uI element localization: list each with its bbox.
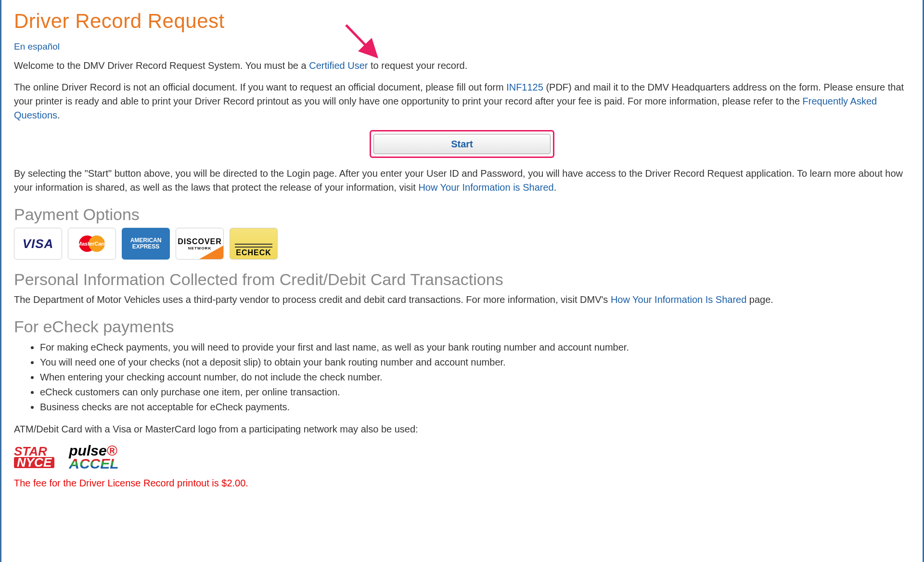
form-link[interactable]: INF1125 <box>506 82 543 92</box>
mastercard-icon: MasterCard <box>68 228 116 260</box>
echeck-heading: For eCheck payments <box>14 317 910 336</box>
echeck-card-icon: ECHECK <box>230 228 278 260</box>
disclaimer-text: The online Driver Record is not an offic… <box>14 80 910 122</box>
star-nyce-icon: STAR NYCE <box>14 446 54 469</box>
start-button[interactable]: Start <box>373 134 551 154</box>
start-button-area: Start <box>14 130 910 158</box>
payment-cards-row: VISA MasterCard AMERICAN EXPRESS DISCOVE… <box>14 228 910 260</box>
discover-label: DISCOVER <box>178 237 222 246</box>
personal-info-text: The Department of Motor Vehicles uses a … <box>14 293 910 307</box>
payment-options-heading: Payment Options <box>14 205 910 224</box>
list-item: When entering your checking account numb… <box>40 370 910 385</box>
echeck-bullet-list: For making eCheck payments, you will nee… <box>14 340 910 415</box>
list-item: For making eCheck payments, you will nee… <box>40 340 910 355</box>
visa-card-icon: VISA <box>14 228 62 260</box>
list-item: You will need one of your checks (not a … <box>40 355 910 370</box>
list-item: eCheck customers can only purchase one i… <box>40 385 910 400</box>
list-item: Business checks are not acceptable for e… <box>40 400 910 415</box>
welcome-pre: Welcome to the DMV Driver Record Request… <box>14 60 309 71</box>
personal-info-post: page. <box>746 294 773 305</box>
personal-info-heading: Personal Information Collected from Cred… <box>14 270 910 289</box>
disclaimer-pre: The online Driver Record is not an offic… <box>14 82 506 92</box>
amex-card-icon: AMERICAN EXPRESS <box>122 228 170 260</box>
atm-line: ATM/Debit Card with a Visa or MasterCard… <box>14 422 910 436</box>
language-link[interactable]: En español <box>14 41 60 52</box>
after-start-post: . <box>554 182 557 193</box>
certified-user-link[interactable]: Certified User <box>309 60 368 71</box>
pulse-accel-icon: pulse® ACCEL <box>69 444 118 470</box>
annotation-highlight-box: Start <box>370 130 554 158</box>
debit-networks-row: STAR NYCE pulse® ACCEL <box>14 444 910 470</box>
pulse-label: pulse® <box>69 444 118 457</box>
accel-label: ACCEL <box>69 457 118 470</box>
welcome-text: Welcome to the DMV Driver Record Request… <box>14 59 910 73</box>
discover-card-icon: DISCOVER NETWORK <box>176 228 224 260</box>
nyce-label: NYCE <box>14 457 54 468</box>
welcome-post: to request your record. <box>368 60 468 71</box>
page-title: Driver Record Request <box>14 10 910 33</box>
after-start-text: By selecting the "Start" button above, y… <box>14 167 910 195</box>
info-shared-link-1[interactable]: How Your Information is Shared <box>418 182 553 193</box>
mastercard-label: MasterCard <box>77 241 107 247</box>
info-shared-link-2[interactable]: How Your Information Is Shared <box>611 294 746 305</box>
page-container: Driver Record Request En español Welcome… <box>0 0 924 562</box>
echeck-label: ECHECK <box>236 248 271 257</box>
fee-line: The fee for the Driver License Record pr… <box>14 478 910 489</box>
personal-info-pre: The Department of Motor Vehicles uses a … <box>14 294 611 305</box>
disclaimer-post: . <box>57 110 60 120</box>
